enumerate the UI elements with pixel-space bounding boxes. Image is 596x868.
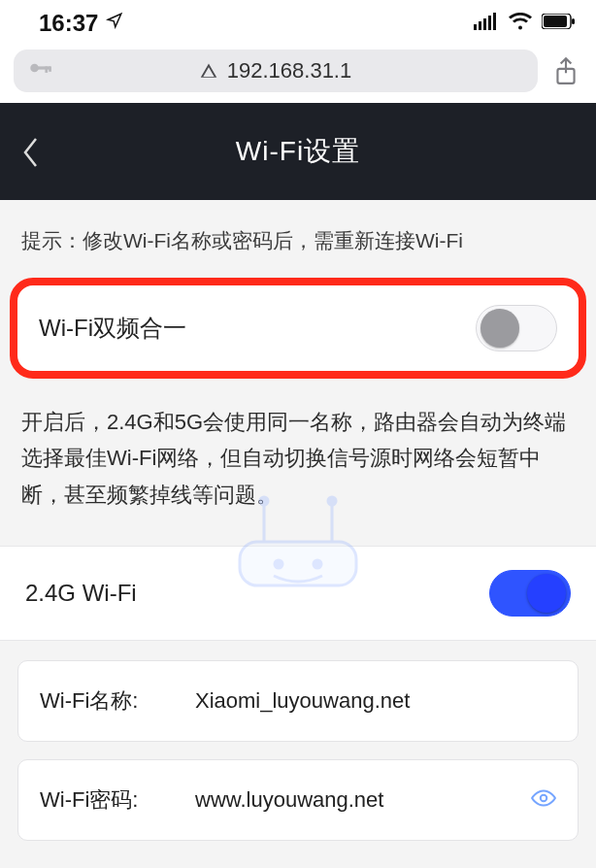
- browser-toolbar: 192.168.31.1: [0, 47, 596, 103]
- location-arrow-icon: [106, 12, 123, 34]
- address-bar[interactable]: 192.168.31.1: [14, 50, 538, 92]
- dualband-description: 开启后，2.4G和5G会使用同一名称，路由器会自动为终端选择最佳Wi-Fi网络，…: [0, 379, 596, 546]
- toggle-knob: [480, 309, 519, 348]
- status-bar-right: [474, 13, 575, 34]
- svg-rect-11: [49, 66, 51, 71]
- back-button[interactable]: [21, 136, 41, 173]
- insecure-warning-icon: [200, 62, 217, 80]
- wifi-icon: [509, 13, 532, 34]
- wifi-ssid-field[interactable]: Wi-Fi名称: Xiaomi_luyouwang.net: [17, 660, 579, 742]
- cellular-icon: [474, 13, 499, 34]
- status-bar-left: 16:37: [39, 10, 123, 37]
- screen: 16:37 192.168.31.1: [0, 0, 596, 868]
- share-button[interactable]: [549, 56, 582, 85]
- dualband-highlight: Wi-Fi双频合一: [0, 278, 596, 379]
- band-24g-row: 2.4G Wi-Fi: [0, 546, 596, 641]
- dualband-label: Wi-Fi双频合一: [39, 313, 186, 344]
- svg-point-20: [541, 795, 547, 802]
- wifi-password-field[interactable]: Wi-Fi密码: www.luyouwang.net: [17, 759, 579, 841]
- wifi-password-value: www.luyouwang.net: [195, 787, 531, 813]
- svg-rect-9: [37, 66, 50, 69]
- svg-rect-10: [45, 66, 48, 73]
- band-24g-toggle[interactable]: [489, 570, 571, 617]
- wifi-field-list: Wi-Fi名称: Xiaomi_luyouwang.net Wi-Fi密码: w…: [0, 660, 596, 841]
- toggle-knob: [527, 574, 566, 613]
- svg-rect-4: [493, 13, 496, 30]
- band-24g-label: 2.4G Wi-Fi: [25, 580, 137, 607]
- svg-rect-6: [544, 16, 567, 27]
- key-icon: [27, 55, 52, 86]
- status-time: 16:37: [39, 10, 98, 37]
- ios-status-bar: 16:37: [0, 0, 596, 47]
- wifi-ssid-label: Wi-Fi名称:: [40, 686, 195, 716]
- svg-rect-1: [479, 21, 481, 30]
- svg-rect-7: [572, 18, 575, 24]
- wifi-password-label: Wi-Fi密码:: [40, 785, 195, 815]
- address-url: 192.168.31.1: [227, 58, 351, 83]
- page-title: Wi-Fi设置: [236, 133, 360, 170]
- svg-rect-0: [474, 24, 477, 30]
- battery-icon: [542, 14, 575, 33]
- dualband-row: Wi-Fi双频合一: [10, 278, 586, 379]
- svg-rect-2: [483, 18, 486, 30]
- hint-text: 提示：修改Wi-Fi名称或密码后，需重新连接Wi-Fi: [0, 200, 596, 278]
- wifi-ssid-value: Xiaomi_luyouwang.net: [195, 688, 556, 714]
- page-header: Wi-Fi设置: [0, 103, 596, 200]
- dualband-toggle[interactable]: [476, 305, 557, 351]
- svg-rect-3: [488, 16, 491, 30]
- spacer: [0, 641, 596, 660]
- eye-icon[interactable]: [531, 788, 556, 812]
